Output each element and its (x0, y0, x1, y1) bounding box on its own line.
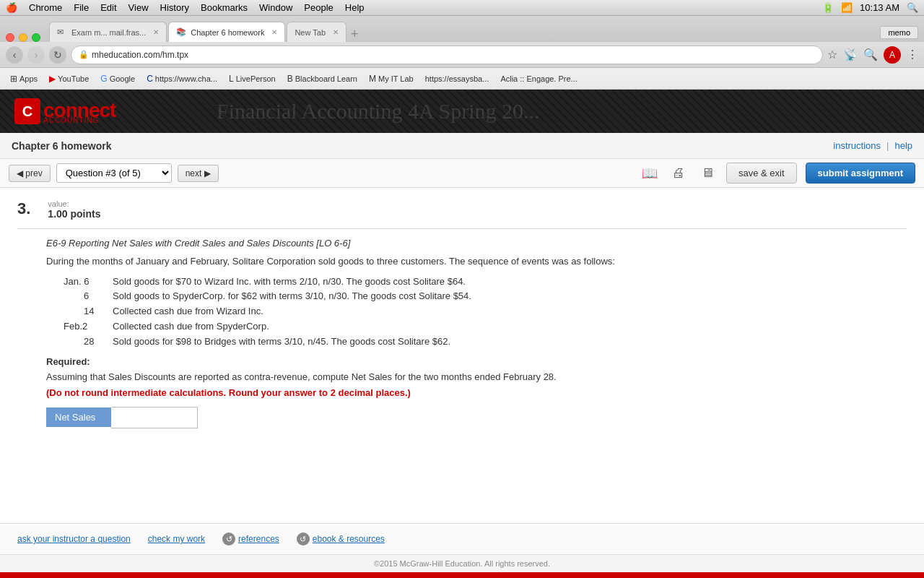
help-menu[interactable]: Help (345, 2, 365, 13)
forward-button[interactable]: › (27, 46, 45, 64)
net-sales-label: Net Sales (46, 407, 111, 427)
question-body: E6-9 Reporting Net Sales with Credit Sal… (46, 238, 907, 428)
question-content: 3. value: 1.00 points E6-9 Reporting Net… (0, 188, 924, 523)
instructions-link[interactable]: instructions (833, 140, 881, 151)
myitlab-icon: M (369, 74, 376, 84)
question-select[interactable]: Question #1 (of 5) Question #2 (of 5) Qu… (56, 163, 172, 183)
question-points: 1.00 points (48, 208, 100, 220)
event-desc-1: Sold goods for $70 to Wizard Inc. with t… (113, 275, 907, 290)
ask-instructor-link[interactable]: ask your instructor a question (17, 534, 131, 544)
bookmark-apps[interactable]: ⊞ Apps (6, 72, 42, 85)
question-title: E6-9 Reporting Net Sales with Credit Sal… (46, 238, 907, 249)
question-nav: ◀ prev Question #1 (of 5) Question #2 (o… (0, 159, 924, 188)
red-bar (0, 572, 924, 578)
close-window-button[interactable] (6, 33, 14, 42)
tab-new[interactable]: New Tab ✕ (287, 22, 346, 42)
book-icon[interactable]: 📖 (640, 163, 660, 184)
submit-assignment-button[interactable]: submit assignment (806, 163, 915, 184)
bookmark-aclia[interactable]: Aclia :: Engage. Pre... (496, 73, 581, 85)
page-header-area: C connect ACCOUNTING (0, 90, 924, 133)
ebook-link[interactable]: ↺ ebook & resources (297, 532, 385, 545)
events-table: Jan. 6 Sold goods for $70 to Wizard Inc.… (64, 275, 907, 350)
minimize-window-button[interactable] (19, 33, 27, 42)
people-menu[interactable]: People (304, 2, 333, 13)
file-menu[interactable]: File (74, 2, 89, 13)
chapter-title: Chapter 6 homework (12, 140, 111, 152)
required-label: Required: (46, 356, 907, 367)
blackboard-icon: B (287, 74, 293, 84)
bookmark-google-label: Google (110, 74, 135, 83)
bookmarks-menu[interactable]: Bookmarks (201, 2, 248, 13)
bookmark-chase[interactable]: C https://www.cha... (142, 72, 222, 85)
check-work-link[interactable]: check my work (148, 534, 205, 544)
youtube-icon: ▶ (49, 74, 56, 84)
question-separator (17, 228, 907, 229)
monitor-icon[interactable]: 🖥 (697, 163, 718, 184)
edit-menu[interactable]: Edit (100, 2, 116, 13)
references-link[interactable]: ↺ references (222, 532, 279, 545)
event-date-5: 28 (64, 335, 107, 350)
bookmark-liveperson[interactable]: L LivePerson (225, 72, 280, 85)
email-tab-favicon: ✉ (57, 27, 67, 38)
tab-homework[interactable]: 📚 Chapter 6 homework ✕ (168, 22, 285, 42)
new-tab-button[interactable]: + (351, 27, 359, 42)
bookmark-myitlab-label: My IT Lab (378, 74, 414, 83)
bookmark-blackboard[interactable]: B Blackboard Learn (283, 72, 362, 85)
bookmark-star-icon[interactable]: ☆ (827, 48, 837, 61)
back-button[interactable]: ‹ (6, 46, 23, 64)
reload-button[interactable]: ↻ (49, 46, 66, 64)
history-menu[interactable]: History (160, 2, 189, 13)
links-divider: | (886, 140, 889, 151)
profile-icon[interactable]: A (884, 46, 901, 64)
main-content: Chapter 6 homework instructions | help ◀… (0, 133, 924, 578)
footer-links: ask your instructor a question check my … (0, 523, 924, 554)
print-icon[interactable]: 🖨 (668, 163, 689, 184)
prev-question-button[interactable]: ◀ prev (9, 165, 51, 182)
question-number: 3. (17, 199, 30, 218)
bookmark-liveperson-label: LivePerson (236, 74, 276, 83)
memo-button[interactable]: memo (880, 26, 918, 39)
bookmark-blackboard-label: Blackboard Learn (295, 74, 357, 83)
search-icon[interactable]: 🔍 (907, 2, 918, 13)
tab-email[interactable]: ✉ Exam m... mail.fras... ✕ (49, 22, 167, 42)
url-text: mheducation.com/hm.tpx (92, 50, 188, 60)
view-menu[interactable]: View (128, 2, 149, 13)
net-sales-row: Net Sales (46, 407, 907, 428)
event-desc-5: Sold goods for $98 to Bridges with terms… (113, 335, 907, 350)
cast-icon[interactable]: 📡 (843, 48, 858, 61)
homework-tab-close[interactable]: ✕ (271, 28, 277, 36)
question-meta: value: 1.00 points (48, 199, 100, 220)
ebook-label[interactable]: ebook & resources (313, 534, 385, 544)
window-menu[interactable]: Window (259, 2, 292, 13)
bookmarks-bar: ⊞ Apps ▶ YouTube G Google C https://www.… (0, 68, 924, 90)
bookmark-chase-label: https://www.cha... (155, 74, 217, 83)
save-exit-button[interactable]: save & exit (726, 163, 797, 184)
references-label[interactable]: references (238, 534, 279, 544)
bookmark-youtube[interactable]: ▶ YouTube (45, 72, 93, 85)
chrome-search-icon[interactable]: 🔍 (863, 48, 878, 61)
new-tab-label: New Tab (295, 28, 326, 37)
url-bar[interactable]: 🔒 mheducation.com/hm.tpx (71, 46, 823, 64)
bookmark-essayshark[interactable]: https://essaysba... (421, 73, 494, 85)
next-question-button[interactable]: next ▶ (178, 165, 219, 182)
apple-menu[interactable]: 🍎 (6, 2, 17, 13)
bookmark-google[interactable]: G Google (96, 72, 139, 85)
references-icon: ↺ (222, 532, 235, 545)
bookmark-myitlab[interactable]: M My IT Lab (365, 72, 418, 85)
nav-icons: 📖 🖨 🖥 save & exit submit assignment (640, 163, 915, 184)
email-tab-label: Exam m... mail.fras... (71, 28, 146, 37)
bookmark-apps-label: Apps (19, 74, 38, 83)
event-date-2: 6 (64, 289, 107, 304)
chrome-menu-icon[interactable]: ⋮ (907, 48, 918, 61)
net-sales-input[interactable] (111, 407, 198, 428)
wifi-icon: 📶 (841, 2, 853, 13)
fullscreen-window-button[interactable] (32, 33, 40, 42)
event-desc-3: Collected cash due from Wizard Inc. (113, 304, 907, 319)
event-desc-2: Sold goods to SpyderCorp. for $62 with t… (113, 289, 907, 304)
list-item: 6 Sold goods to SpyderCorp. for $62 with… (64, 289, 907, 304)
bookmark-aclia-label: Aclia :: Engage. Pre... (500, 74, 577, 83)
email-tab-close[interactable]: ✕ (153, 28, 159, 36)
chrome-menu[interactable]: Chrome (29, 2, 62, 13)
new-tab-close[interactable]: ✕ (333, 28, 339, 36)
help-link[interactable]: help (894, 140, 912, 151)
